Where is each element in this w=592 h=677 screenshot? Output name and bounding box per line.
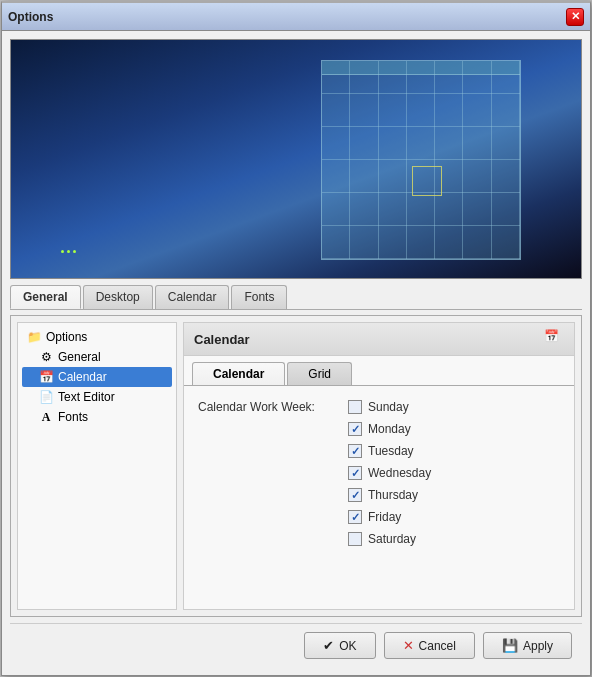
yellow-dot xyxy=(67,250,70,253)
yellow-dot xyxy=(73,250,76,253)
sidebar: 📁 Options ⚙ General 📅 Calendar 📄 Text Ed… xyxy=(17,322,177,610)
calendar-header-icon: 📅 xyxy=(544,329,564,349)
apply-icon: 💾 xyxy=(502,638,518,653)
grid-col xyxy=(350,61,378,259)
thursday-checkbox[interactable] xyxy=(348,488,362,502)
sidebar-item-general[interactable]: ⚙ General xyxy=(22,347,172,367)
content-body: Calendar Work Week: Sunday Monday xyxy=(184,385,574,609)
cancel-label: Cancel xyxy=(419,639,456,653)
preview-area xyxy=(10,39,582,279)
wednesday-checkbox[interactable] xyxy=(348,466,362,480)
bottom-bar: ✔ OK ✕ Cancel 💾 Apply xyxy=(10,623,582,667)
grid-col xyxy=(379,61,407,259)
monday-label: Monday xyxy=(368,422,411,436)
sidebar-item-label: Options xyxy=(46,330,87,344)
fonts-icon: A xyxy=(38,409,54,425)
work-week-label: Calendar Work Week: xyxy=(198,400,328,595)
apply-button[interactable]: 💾 Apply xyxy=(483,632,572,659)
grid-col xyxy=(463,61,491,259)
content-panel-title: Calendar xyxy=(194,332,250,347)
close-button[interactable]: ✕ xyxy=(566,8,584,26)
ok-icon: ✔ xyxy=(323,638,334,653)
tab-fonts[interactable]: Fonts xyxy=(231,285,287,309)
window-content: General Desktop Calendar Fonts 📁 Options… xyxy=(2,31,590,675)
tab-general[interactable]: General xyxy=(10,285,81,309)
checkbox-wednesday[interactable]: Wednesday xyxy=(348,466,431,480)
ok-button[interactable]: ✔ OK xyxy=(304,632,375,659)
text-editor-icon: 📄 xyxy=(38,389,54,405)
monday-checkbox[interactable] xyxy=(348,422,362,436)
sidebar-item-label: Calendar xyxy=(58,370,107,384)
sunday-label: Sunday xyxy=(368,400,409,414)
options-window: Options ✕ xyxy=(1,1,591,676)
gear-icon: ⚙ xyxy=(38,349,54,365)
content-tabs: Calendar Grid xyxy=(184,356,574,385)
grid-highlight xyxy=(412,166,442,196)
sidebar-item-fonts[interactable]: A Fonts xyxy=(22,407,172,427)
sidebar-item-label: Fonts xyxy=(58,410,88,424)
grid-col-lines xyxy=(322,61,520,259)
sunday-checkbox[interactable] xyxy=(348,400,362,414)
main-tabs: General Desktop Calendar Fonts xyxy=(10,285,582,310)
thursday-label: Thursday xyxy=(368,488,418,502)
sidebar-item-calendar[interactable]: 📅 Calendar xyxy=(22,367,172,387)
apply-label: Apply xyxy=(523,639,553,653)
folder-icon: 📁 xyxy=(26,329,42,345)
window-title: Options xyxy=(8,10,53,24)
checkboxes-column: Sunday Monday Tuesday Wednesday xyxy=(348,400,431,595)
content-tab-grid[interactable]: Grid xyxy=(287,362,352,385)
checkbox-monday[interactable]: Monday xyxy=(348,422,431,436)
checkbox-tuesday[interactable]: Tuesday xyxy=(348,444,431,458)
saturday-label: Saturday xyxy=(368,532,416,546)
ok-label: OK xyxy=(339,639,356,653)
wednesday-label: Wednesday xyxy=(368,466,431,480)
title-bar: Options ✕ xyxy=(2,3,590,31)
tuesday-checkbox[interactable] xyxy=(348,444,362,458)
content-header: Calendar 📅 xyxy=(184,323,574,356)
sidebar-item-options[interactable]: 📁 Options xyxy=(22,327,172,347)
yellow-markers xyxy=(61,250,76,253)
grid-col xyxy=(407,61,435,259)
main-area: 📁 Options ⚙ General 📅 Calendar 📄 Text Ed… xyxy=(10,315,582,617)
tuesday-label: Tuesday xyxy=(368,444,414,458)
sidebar-item-label: General xyxy=(58,350,101,364)
preview-calendar-grid xyxy=(321,60,521,260)
grid-col xyxy=(492,61,520,259)
tab-desktop[interactable]: Desktop xyxy=(83,285,153,309)
tab-calendar[interactable]: Calendar xyxy=(155,285,230,309)
friday-checkbox[interactable] xyxy=(348,510,362,524)
checkbox-saturday[interactable]: Saturday xyxy=(348,532,431,546)
cancel-icon: ✕ xyxy=(403,638,414,653)
grid-col xyxy=(435,61,463,259)
content-tab-calendar[interactable]: Calendar xyxy=(192,362,285,385)
cancel-button[interactable]: ✕ Cancel xyxy=(384,632,475,659)
checkbox-thursday[interactable]: Thursday xyxy=(348,488,431,502)
saturday-checkbox[interactable] xyxy=(348,532,362,546)
checkbox-sunday[interactable]: Sunday xyxy=(348,400,431,414)
grid-col xyxy=(322,61,350,259)
checkbox-friday[interactable]: Friday xyxy=(348,510,431,524)
sidebar-item-label: Text Editor xyxy=(58,390,115,404)
friday-label: Friday xyxy=(368,510,401,524)
calendar-icon: 📅 xyxy=(38,369,54,385)
yellow-dot xyxy=(61,250,64,253)
sidebar-item-text-editor[interactable]: 📄 Text Editor xyxy=(22,387,172,407)
content-panel: Calendar 📅 Calendar Grid Calendar Work W… xyxy=(183,322,575,610)
